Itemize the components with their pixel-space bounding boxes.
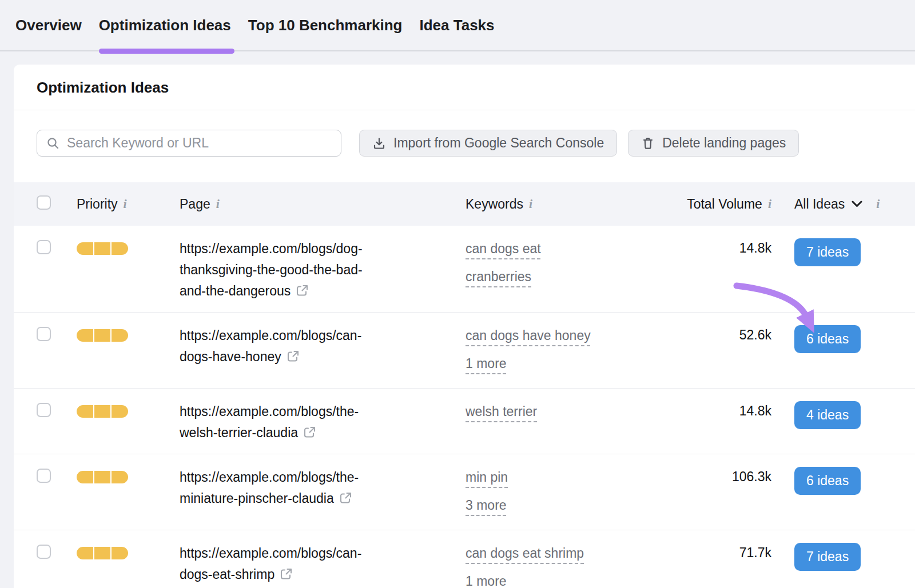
panel-header: Optimization Ideas [14, 65, 915, 110]
page-url: https://example.com/blogs/can- dogs-eat-… [180, 546, 361, 582]
priority-info-icon[interactable]: i [124, 198, 127, 210]
ideas-button[interactable]: 6 ideas [794, 467, 861, 495]
ideas-button[interactable]: 7 ideas [794, 543, 861, 571]
trash-icon [641, 137, 655, 150]
priority-bar [77, 405, 128, 418]
import-gsc-button[interactable]: Import from Google Search Console [359, 130, 617, 157]
total-volume-value: 14.8k [666, 238, 771, 258]
table-row: https://example.com/blogs/can- dogs-eat-… [14, 530, 915, 588]
tab-bar: Overview Optimization Ideas Top 10 Bench… [0, 0, 915, 51]
keyword-link[interactable]: welsh terrier [466, 398, 537, 426]
table-row: https://example.com/blogs/can- dogs-have… [14, 312, 915, 388]
page-url: https://example.com/blogs/dog- thanksgiv… [180, 241, 363, 298]
row-checkbox[interactable] [37, 469, 51, 483]
total-volume-value: 71.7k [666, 543, 771, 562]
tab-overview[interactable]: Overview [15, 0, 82, 51]
column-keywords: Keywords [466, 197, 523, 212]
tab-optimization-ideas[interactable]: Optimization Ideas [99, 0, 231, 51]
optimization-ideas-panel: Optimization Ideas Import from Google Se… [14, 65, 915, 588]
ideas-button[interactable]: 4 ideas [794, 401, 861, 429]
page-url: https://example.com/blogs/the- miniature… [180, 470, 359, 506]
column-total-volume: Total Volume [687, 194, 762, 214]
tab-top10-benchmarking[interactable]: Top 10 Benchmarking [248, 0, 403, 51]
search-icon [46, 137, 60, 150]
tab-idea-tasks[interactable]: Idea Tasks [419, 0, 494, 51]
table-row: https://example.com/blogs/the- miniature… [14, 454, 915, 530]
table-header: Priority i Page i Keywords i Total Volum… [14, 182, 915, 226]
ideas-info-icon[interactable]: i [876, 198, 880, 210]
keyword-link[interactable]: can dogs eat shrimp [466, 539, 584, 567]
column-page: Page [180, 197, 210, 212]
download-icon [372, 137, 386, 150]
ideas-button[interactable]: 6 ideas [794, 325, 861, 353]
page-info-icon[interactable]: i [216, 198, 220, 210]
more-keywords-link[interactable]: 1 more [466, 567, 507, 588]
row-checkbox[interactable] [37, 327, 51, 341]
delete-landing-pages-label: Delete landing pages [662, 135, 786, 151]
panel-title: Optimization Ideas [37, 79, 892, 97]
toolbar: Import from Google Search Console Delete… [37, 130, 892, 157]
keywords-info-icon[interactable]: i [529, 198, 532, 210]
page-url: https://example.com/blogs/can- dogs-have… [180, 328, 361, 364]
chevron-down-icon[interactable] [852, 201, 862, 207]
external-link-icon[interactable] [296, 284, 309, 297]
keyword-link[interactable]: can dogs eat cranberries [466, 235, 541, 291]
row-checkbox[interactable] [37, 545, 51, 559]
total-volume-value: 52.6k [666, 325, 771, 345]
row-checkbox[interactable] [37, 403, 51, 417]
external-link-icon[interactable] [339, 491, 352, 505]
table-row: https://example.com/blogs/the- welsh-ter… [14, 388, 915, 454]
external-link-icon[interactable] [303, 426, 316, 439]
page-url: https://example.com/blogs/the- welsh-ter… [180, 404, 359, 440]
search-box [37, 130, 341, 157]
priority-bar [77, 547, 128, 559]
ideas-button[interactable]: 7 ideas [794, 238, 861, 266]
total-volume-value: 106.3k [666, 467, 771, 486]
table-row: https://example.com/blogs/dog- thanksgiv… [14, 226, 915, 312]
ideas-filter-dropdown[interactable]: All Ideas [794, 197, 845, 212]
external-link-icon[interactable] [280, 567, 293, 581]
priority-bar [77, 471, 128, 483]
import-gsc-label: Import from Google Search Console [393, 135, 604, 151]
column-priority: Priority [77, 197, 118, 212]
keyword-link[interactable]: can dogs have honey [466, 322, 591, 350]
search-input[interactable] [67, 135, 332, 151]
total-volume-value: 14.8k [666, 401, 771, 421]
more-keywords-link[interactable]: 1 more [466, 350, 507, 378]
select-all-checkbox[interactable] [37, 195, 51, 210]
more-keywords-link[interactable]: 3 more [466, 491, 507, 519]
delete-landing-pages-button[interactable]: Delete landing pages [628, 130, 799, 157]
keyword-link[interactable]: min pin [466, 463, 508, 491]
external-link-icon[interactable] [287, 350, 300, 363]
priority-bar [77, 329, 128, 342]
row-checkbox[interactable] [37, 240, 51, 254]
priority-bar [77, 242, 128, 255]
